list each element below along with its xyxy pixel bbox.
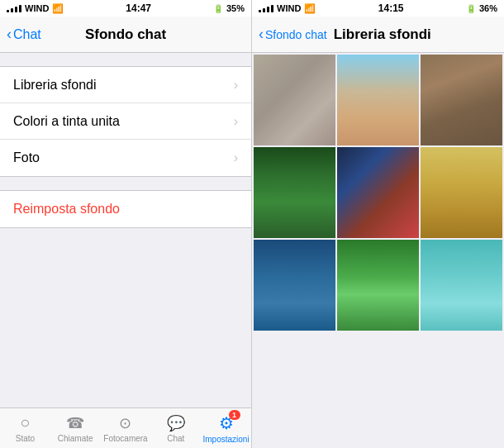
back-chevron-icon: ‹ [7, 26, 12, 43]
right-back-chevron-icon: ‹ [259, 26, 264, 43]
tab-chiamate[interactable]: ☎ Chiamate [50, 414, 101, 443]
right-back-button[interactable]: ‹ Sfondo chat [259, 26, 327, 43]
chevron-right-icon-2: › [234, 114, 238, 129]
battery-label-right: 36% [479, 3, 497, 13]
battery-icon-right: 🔋 [466, 4, 476, 13]
chat-icon: 💬 [167, 414, 185, 432]
wallpaper-1-preview [254, 55, 335, 145]
reset-section: Reimposta sfondo [0, 190, 251, 228]
tab-stato[interactable]: ○ Stato [0, 413, 50, 443]
carrier-label-right: WIND [277, 3, 301, 13]
settings-badge: 1 [229, 410, 240, 420]
menu-item-colori-label: Colori a tinta unita [13, 114, 120, 129]
chevron-right-icon: › [234, 78, 238, 93]
wallpaper-2-preview [337, 55, 419, 145]
signal-icon [7, 5, 21, 12]
back-button[interactable]: ‹ Chat [7, 26, 41, 43]
wifi-icon-right: 📶 [304, 3, 316, 14]
tab-impostazioni[interactable]: ⚙ 1 Impostazioni [201, 413, 251, 444]
menu-section: Libreria sfondi › Colori a tinta unita ›… [0, 66, 251, 177]
wallpaper-7[interactable] [254, 240, 335, 331]
wallpaper-9-preview [421, 240, 502, 331]
wallpaper-6[interactable] [421, 147, 502, 238]
stato-icon: ○ [20, 413, 30, 432]
wallpaper-2[interactable] [337, 55, 419, 145]
nav-title: Sfondo chat [85, 26, 166, 43]
battery-info-right: 🔋 36% [466, 3, 497, 13]
wallpaper-row-3 [254, 240, 502, 331]
right-nav-bar: ‹ Sfondo chat Libreria sfondi [252, 17, 504, 53]
wallpaper-row-1 [254, 55, 502, 145]
wallpaper-3[interactable] [421, 55, 502, 145]
wallpaper-8-preview [337, 240, 419, 331]
tab-chat-label: Chat [167, 434, 184, 443]
bottom-tab-bar: ○ Stato ☎ Chiamate ⊙ Fotocamera 💬 Chat ⚙… [0, 407, 251, 448]
reset-label: Reimposta sfondo [13, 202, 120, 217]
back-label[interactable]: Chat [13, 27, 41, 42]
right-nav-title: Libreria sfondi [334, 26, 431, 43]
menu-item-foto[interactable]: Foto › [0, 140, 251, 176]
left-nav-bar: ‹ Chat Sfondo chat [0, 17, 251, 53]
wallpaper-5-preview [337, 147, 419, 238]
wallpaper-8[interactable] [337, 240, 419, 331]
wallpaper-4[interactable] [254, 147, 335, 238]
menu-item-libreria-label: Libreria sfondi [13, 78, 97, 93]
wifi-icon: 📶 [52, 3, 64, 14]
status-bar-right-info: 🔋 35% [213, 3, 245, 13]
wallpaper-6-preview [421, 147, 502, 238]
status-bar-right: WIND 📶 14:15 🔋 36% [252, 0, 504, 17]
battery-icon: 🔋 [213, 4, 223, 13]
wallpaper-9[interactable] [421, 240, 502, 331]
menu-item-foto-label: Foto [13, 150, 40, 165]
wallpaper-grid [252, 53, 504, 448]
battery-label: 35% [226, 3, 245, 13]
reset-button[interactable]: Reimposta sfondo [0, 191, 251, 227]
menu-item-colori[interactable]: Colori a tinta unita › [0, 103, 251, 140]
right-back-label[interactable]: Sfondo chat [265, 28, 327, 41]
time-label: 14:47 [126, 2, 151, 14]
camera-icon: ⊙ [119, 414, 131, 432]
status-bar-right-left: WIND 📶 [259, 3, 316, 14]
tab-stato-label: Stato [16, 434, 35, 443]
right-panel: WIND 📶 14:15 🔋 36% ‹ Sfondo chat Libreri… [252, 0, 504, 448]
wallpaper-7-preview [254, 240, 335, 331]
tab-fotocamera-label: Fotocamera [103, 434, 147, 443]
tab-impostazioni-label: Impostazioni [203, 435, 250, 444]
chevron-right-icon-3: › [234, 150, 238, 165]
status-bar-left-info: WIND 📶 [7, 3, 64, 14]
carrier-label: WIND [25, 3, 49, 13]
wallpaper-row-2 [254, 147, 502, 238]
wallpaper-4-preview [254, 147, 335, 238]
time-label-right: 14:15 [378, 2, 404, 14]
wallpaper-3-preview [421, 55, 502, 145]
tab-chat[interactable]: 💬 Chat [150, 414, 201, 443]
tab-chiamate-label: Chiamate [58, 434, 93, 443]
wallpaper-5[interactable] [337, 147, 419, 238]
empty-space [0, 228, 251, 407]
impostazioni-badge-wrapper: ⚙ 1 [219, 413, 234, 433]
left-panel: WIND 📶 14:47 🔋 35% ‹ Chat Sfondo chat Li… [0, 0, 252, 448]
wallpaper-1[interactable] [254, 55, 335, 145]
menu-item-libreria[interactable]: Libreria sfondi › [0, 67, 251, 103]
tab-fotocamera[interactable]: ⊙ Fotocamera [101, 414, 151, 443]
signal-icon-right [259, 5, 273, 12]
phone-icon: ☎ [66, 414, 84, 432]
status-bar-left: WIND 📶 14:47 🔋 35% [0, 0, 251, 17]
